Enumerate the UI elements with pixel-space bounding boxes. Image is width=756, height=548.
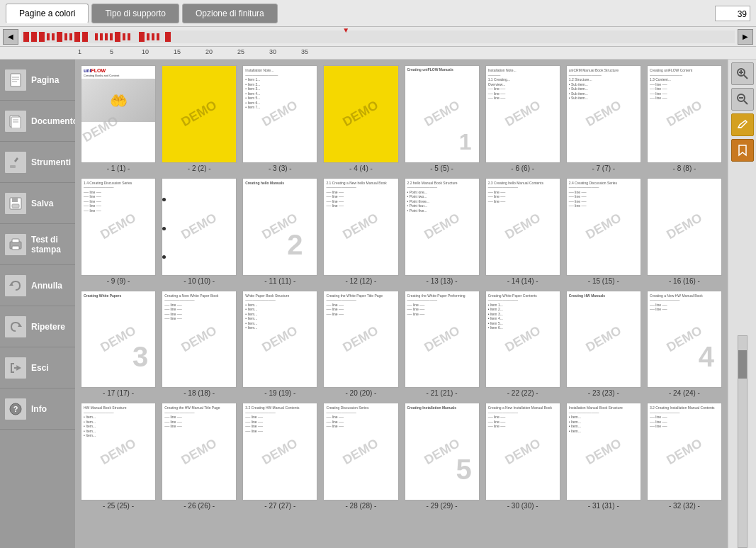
page-thumb-17[interactable]: Creating White Papers DEMO 3 - 17 (17) - [81,291,156,398]
timeline-marker [123,33,125,40]
page-thumb-19[interactable]: White Paper Book Structure────────────• … [242,291,317,398]
page-thumb-15[interactable]: 2.4 Creating Discussion Series──────────… [566,178,641,285]
right-panel [728,60,756,548]
page-thumb-7[interactable]: uniCRM Manual Book Structure────────────… [566,65,641,172]
esci-icon [4,357,27,379]
timeline-marker [47,33,50,40]
page-thumb-22[interactable]: Creating White Paper Contents───────────… [485,291,560,398]
sidebar-label-ripetere: Ripetere [31,322,65,332]
page31-header: Installation Manual Book Structure──────… [569,406,623,433]
timeline-marker [74,32,80,42]
demo-watermark-32: DEMO [664,436,704,468]
page-thumb-31[interactable]: Installation Manual Book Structure──────… [566,403,641,510]
demo-watermark-26: DEMO [179,436,220,468]
page-label-17: - 17 (17) - [103,389,134,397]
demo-watermark-2: DEMO [179,98,220,130]
test-stampa-icon [4,233,27,256]
page-preview-21: Creating the White Paper Preforming─────… [405,291,480,388]
page-label-3: - 3 (3) - [269,164,292,172]
page-thumb-16[interactable]: DEMO - 16 (16) - [647,178,722,285]
page-thumb-21[interactable]: Creating the White Paper Preforming─────… [405,291,480,398]
page-preview-22: Creating White Paper Contents───────────… [485,291,560,388]
page-thumb-20[interactable]: Creating the White Paper Title Page─────… [323,291,398,398]
page11-header: Creating hello Manuals [245,181,284,186]
scroll-thumb[interactable] [738,350,747,379]
page32-header: 3.2 Creating Installation Manual Content… [650,406,715,429]
page-thumb-11[interactable]: Creating hello Manuals DEMO 2 - 11 (11) … [242,178,317,285]
page-label-29: - 29 (29) - [427,502,458,510]
page-preview-1: uniFLOW Creating Books and Content 🤲 DEM… [81,65,156,163]
page-thumb-5[interactable]: Creating uniFLOW Manuals DEMO 1 - 5 (5) … [405,65,480,172]
bind-mark-bot [162,255,166,259]
page-thumb-3[interactable]: Installation Note...─────────────• Item … [242,65,317,172]
tab-opzione-finitura[interactable]: Opzione di finitura [182,4,278,23]
ruler-num-10: 10 [142,48,174,55]
scroll-track[interactable] [738,335,747,548]
tab-tipo-supporto[interactable]: Tipo di supporto [91,4,179,23]
page-thumb-23[interactable]: Creating HW Manuals DEMO - 23 (23) - [566,291,641,398]
page-label-7: - 7 (7) - [592,164,615,172]
page-thumb-13[interactable]: 2.2 hello Manual Book Structure─────────… [405,178,480,285]
page3-header: Installation Note...─────────────• Item … [245,68,278,110]
timeline-next-arrow[interactable]: ▶ [738,29,753,45]
page-label-20: - 20 (20) - [345,389,376,397]
page-thumb-27[interactable]: 3.2 Creating HW Manual Contents─────────… [242,403,317,510]
page-thumb-30[interactable]: Creating a New Installation Manual Book─… [485,403,560,510]
page-label-2: - 2 (2) - [188,164,211,172]
page5-header: Creating uniFLOW Manuals [407,67,453,72]
page-thumb-24[interactable]: Creating a New HW Manual Book───────────… [647,291,722,398]
demo-watermark-16: DEMO [664,211,704,242]
timeline-marker [147,33,149,40]
page-grid-container[interactable]: uniFLOW Creating Books and Content 🤲 DEM… [75,60,728,548]
annotation-button[interactable] [731,113,754,136]
page14-header: 2.3 Creating hello Manual Contents──────… [488,181,543,204]
timeline-marker [157,33,159,40]
page-thumb-29[interactable]: Creating Installation Manuals DEMO 5 - 2… [405,403,480,510]
zoom-in-button[interactable] [731,62,754,85]
page-preview-14: 2.3 Creating hello Manual Contents──────… [485,178,560,276]
page-thumb-9[interactable]: 1.4 Creating Discussion Series──────────… [81,178,156,285]
tab-pagine-colori[interactable]: Pagine a colori [6,4,89,23]
sidebar-item-salva[interactable]: Salva [0,183,75,224]
page-preview-9: 1.4 Creating Discussion Series──────────… [81,178,156,276]
demo-watermark-18: DEMO [179,323,220,355]
page-thumb-32[interactable]: 3.2 Creating Installation Manual Content… [647,403,722,510]
page-preview-20: Creating the White Paper Title Page─────… [323,291,398,388]
timeline-marker [39,32,45,42]
sidebar-item-pagina[interactable]: Pagina [0,60,75,101]
page-thumb-10[interactable]: DEMO - 10 (10) - [162,178,237,285]
page-thumb-18[interactable]: Creating a New White Paper Book─────────… [162,291,237,398]
sidebar-item-test-stampa[interactable]: Test di stampa [0,224,75,265]
page-preview-13: 2.2 hello Manual Book Structure─────────… [405,178,480,276]
svg-rect-11 [12,204,19,208]
page-thumb-14[interactable]: 2.3 Creating hello Manual Contents──────… [485,178,560,285]
timeline-prev-arrow[interactable]: ◀ [3,29,18,45]
page-thumb-6[interactable]: Installation Note...─────1.1 Creating...… [485,65,560,172]
sidebar-item-strumenti[interactable]: Strumenti [0,142,75,183]
ruler-bar: 1 5 10 15 20 25 30 35 [0,47,756,60]
page-thumb-2[interactable]: DEMO - 2 (2) - [162,65,237,172]
sidebar-label-esci: Esci [31,363,49,373]
page-thumb-25[interactable]: HW Manual Book Structure────────────• It… [81,403,156,510]
sidebar-item-documento[interactable]: Documento [0,101,75,142]
page-num-large-4: 4 [699,341,714,373]
page-label-22: - 22 (22) - [507,389,538,397]
sidebar-item-ripetere[interactable]: Ripetere [0,306,75,347]
timeline-marker [57,32,62,42]
sidebar-item-annulla[interactable]: Annulla [0,265,75,306]
page-thumb-28[interactable]: Creating Discussion Series──────────────… [323,403,398,510]
sidebar-item-esci[interactable]: Esci [0,347,75,388]
page-count-display: 39 [715,6,750,21]
page-thumb-12[interactable]: 2.1 Creating a New hello Manual Book────… [323,178,398,285]
page-label-21: - 21 (21) - [427,389,458,397]
page-thumb-26[interactable]: Creating the HW Manual Title Page───────… [162,403,237,510]
page-thumb-8[interactable]: Creating uniFLOW Content─────────────1.3… [647,65,722,172]
zoom-out-button[interactable] [731,88,754,111]
sidebar-label-salva: Salva [31,198,53,208]
page-thumb-4[interactable]: DEMO - 4 (4) - [323,65,398,172]
bookmark-button[interactable] [731,139,754,162]
page-thumb-1[interactable]: uniFLOW Creating Books and Content 🤲 DEM… [81,65,156,172]
page30-header: Creating a New Installation Manual Book─… [488,406,552,429]
sidebar-item-info[interactable]: ? Info [0,388,75,430]
page-preview-17: Creating White Papers DEMO 3 [81,291,156,388]
